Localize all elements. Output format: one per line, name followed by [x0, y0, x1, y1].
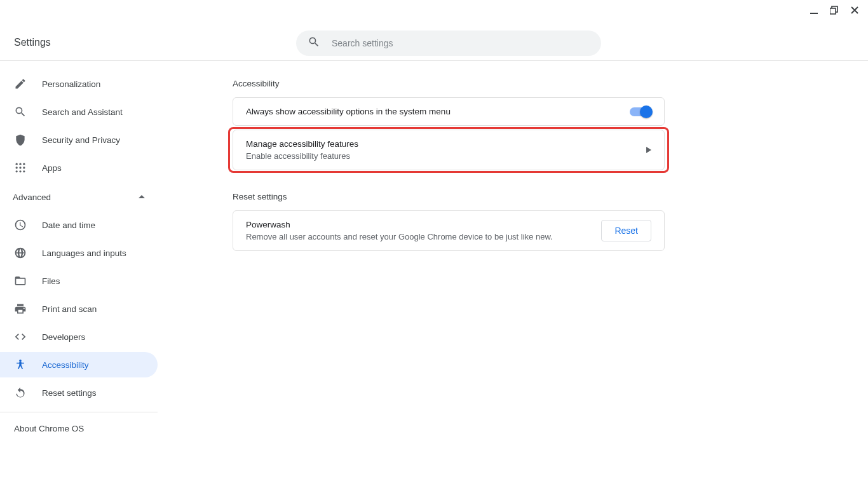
code-icon [14, 330, 27, 343]
sidebar-item-label: Reset settings [42, 388, 97, 398]
sidebar-item-label: Apps [42, 163, 62, 173]
svg-point-9 [16, 170, 18, 172]
main-panel: Accessibility Always show accessibility … [158, 61, 868, 488]
card-manage-accessibility: Manage accessibility features Enable acc… [233, 130, 665, 170]
sidebar-item-date-time[interactable]: Date and time [0, 212, 158, 238]
svg-point-3 [16, 163, 18, 165]
sidebar-item-label: Languages and inputs [42, 248, 126, 258]
sidebar-item-print-scan[interactable]: Print and scan [0, 296, 158, 322]
svg-point-7 [19, 166, 21, 168]
apps-grid-icon [14, 161, 27, 174]
svg-point-8 [23, 166, 25, 168]
reset-icon [14, 386, 27, 399]
globe-icon [14, 247, 27, 259]
search-input[interactable] [332, 38, 590, 48]
accessibility-icon [14, 358, 27, 371]
sidebar: Personalization Search and Assistant Sec… [0, 61, 158, 488]
about-label: About Chrome OS [14, 424, 84, 433]
svg-point-4 [19, 163, 21, 165]
sidebar-item-personalization[interactable]: Personalization [0, 71, 158, 97]
row-manage-accessibility[interactable]: Manage accessibility features Enable acc… [233, 130, 664, 170]
sidebar-item-accessibility[interactable]: Accessibility [0, 352, 158, 377]
header: Settings [0, 0, 868, 61]
app-title: Settings [14, 37, 51, 48]
sidebar-section-label: Advanced [13, 193, 51, 202]
card-powerwash: Powerwash Remove all user accounts and r… [233, 210, 665, 251]
search-icon [308, 36, 320, 51]
sidebar-item-search-assistant[interactable]: Search and Assistant [0, 99, 158, 125]
section-title-reset: Reset settings [233, 192, 868, 201]
svg-point-6 [16, 166, 18, 168]
chevron-right-icon [646, 144, 651, 156]
sidebar-item-reset-settings[interactable]: Reset settings [0, 380, 158, 405]
powerwash-title: Powerwash [246, 220, 553, 229]
sidebar-item-label: Print and scan [42, 304, 97, 314]
svg-point-11 [23, 170, 25, 172]
always-show-label: Always show accessibility options in the… [246, 107, 451, 116]
sidebar-item-apps[interactable]: Apps [0, 155, 158, 180]
svg-point-10 [19, 170, 21, 172]
content-area: Personalization Search and Assistant Sec… [0, 61, 868, 488]
sidebar-item-developers[interactable]: Developers [0, 324, 158, 349]
highlight-annotation: Manage accessibility features Enable acc… [228, 127, 669, 173]
svg-point-12 [19, 360, 21, 362]
reset-button[interactable]: Reset [601, 220, 651, 241]
sidebar-item-label: Date and time [42, 220, 95, 230]
row-always-show-accessibility[interactable]: Always show accessibility options in the… [233, 98, 664, 125]
sidebar-item-label: Search and Assistant [42, 107, 123, 117]
printer-icon [14, 302, 27, 315]
toggle-always-show[interactable] [630, 107, 651, 116]
search-container[interactable] [296, 30, 601, 56]
manage-title: Manage accessibility features [246, 139, 358, 149]
powerwash-subtitle: Remove all user accounts and reset your … [246, 232, 553, 241]
shield-icon [14, 133, 27, 146]
sidebar-item-files[interactable]: Files [0, 268, 158, 294]
row-powerwash: Powerwash Remove all user accounts and r… [233, 211, 664, 250]
sidebar-item-label: Personalization [42, 79, 100, 89]
sidebar-about-chrome-os[interactable]: About Chrome OS [0, 412, 158, 433]
toggle-knob [640, 105, 653, 118]
sidebar-section-advanced[interactable]: Advanced [0, 184, 158, 210]
sidebar-item-label: Files [42, 276, 60, 286]
section-title-accessibility: Accessibility [233, 79, 868, 88]
sidebar-item-label: Accessibility [42, 360, 89, 370]
chevron-up-icon [139, 191, 145, 203]
svg-point-5 [23, 163, 25, 165]
sidebar-item-languages-inputs[interactable]: Languages and inputs [0, 240, 158, 266]
sidebar-item-label: Security and Privacy [42, 135, 120, 145]
clock-icon [14, 219, 27, 231]
sidebar-item-label: Developers [42, 332, 85, 342]
card-accessibility-toggle: Always show accessibility options in the… [233, 97, 665, 126]
manage-subtitle: Enable accessibility features [246, 151, 358, 161]
pencil-icon [14, 78, 27, 90]
search-icon [14, 105, 27, 118]
folder-icon [14, 274, 27, 287]
sidebar-item-security-privacy[interactable]: Security and Privacy [0, 127, 158, 152]
